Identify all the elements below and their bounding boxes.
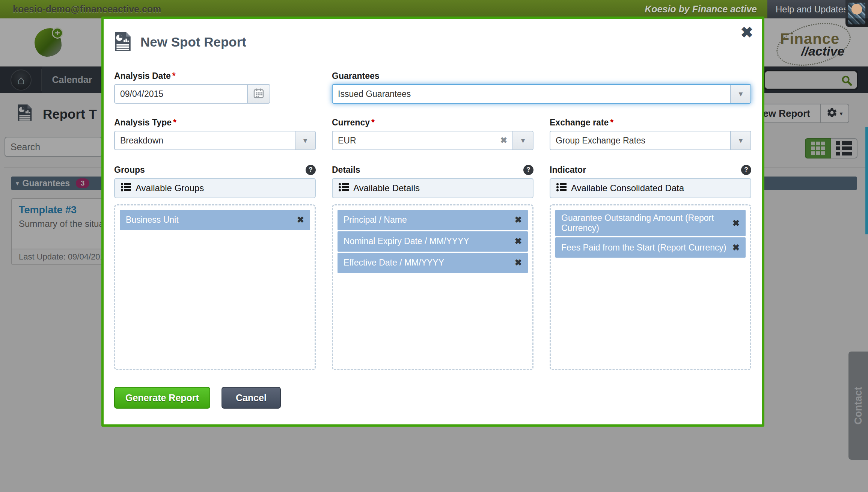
dropdown-caret-button[interactable]: ▾ (295, 131, 315, 149)
chip-remove-icon[interactable]: ✖ (728, 218, 740, 228)
exchange-rate-label: Exchange rate* (550, 117, 751, 128)
chip-fees-paid-from-start[interactable]: Fees Paid from the Start (Report Currenc… (555, 237, 746, 258)
required-asterisk: * (371, 118, 375, 128)
chevron-down-icon: ▾ (739, 89, 743, 98)
modal-header: New Spot Report (114, 32, 752, 53)
chip-remove-icon[interactable]: ✖ (292, 215, 304, 225)
analysis-type-select[interactable]: Breakdown ▾ (114, 131, 316, 150)
chip-remove-icon[interactable]: ✖ (510, 236, 522, 246)
groups-label: Groups (114, 165, 145, 175)
list-icon (556, 183, 567, 194)
clear-icon[interactable]: ✖ (500, 136, 507, 145)
currency-field: Currency* EUR ✖ ▾ (332, 117, 533, 150)
new-spot-report-modal: ✖ New Spot Report Analysis Date* (101, 17, 764, 427)
close-icon[interactable]: ✖ (740, 25, 753, 40)
chip-principal-name[interactable]: Principal / Name ✖ (338, 210, 528, 230)
modal-actions: Generate Report Cancel (114, 387, 752, 409)
groups-drop-zone[interactable]: Business Unit ✖ (114, 204, 316, 370)
analysis-type-label: Analysis Type* (114, 117, 316, 128)
chevron-down-icon: ▾ (303, 136, 307, 145)
logged-in-email: koesio-demo@financeactive.com (13, 4, 161, 15)
form-row-1: Analysis Date* Guarantees Issued Guar (114, 71, 752, 104)
indicator-drop-zone[interactable]: Guarantee Outstanding Amount (Report Cur… (550, 204, 751, 370)
available-groups-button[interactable]: Available Groups (114, 178, 316, 198)
help-icon[interactable]: ? (741, 165, 751, 175)
exchange-rate-select[interactable]: Group Exchange Rates ▾ (550, 131, 751, 150)
currency-combobox[interactable]: EUR ✖ ▾ (332, 131, 533, 150)
chip-remove-icon[interactable]: ✖ (728, 243, 740, 253)
exchange-rate-field: Exchange rate* Group Exchange Rates ▾ (550, 117, 751, 150)
guarantees-field: Guarantees Issued Guarantees ▾ (332, 71, 751, 104)
chevron-down-icon: ▾ (739, 136, 743, 145)
details-label: Details (332, 165, 360, 175)
spot-report-icon (114, 31, 131, 53)
dropdown-caret-button[interactable]: ▾ (512, 131, 533, 149)
details-column: Details ? Available Details Principal / … (332, 165, 533, 370)
help-icon[interactable]: ? (306, 165, 316, 175)
required-asterisk: * (610, 118, 613, 128)
currency-label: Currency* (332, 117, 533, 128)
brand-text: Koesio by Finance active (645, 4, 757, 15)
exchange-rate-value: Group Exchange Rates (556, 136, 645, 146)
date-picker-button[interactable] (248, 84, 270, 104)
chevron-down-icon: ▾ (521, 136, 525, 145)
guarantees-value: Issued Guarantees (338, 89, 411, 99)
generate-report-button[interactable]: Generate Report (114, 387, 210, 409)
form-row-3: Groups ? Available Groups Business Unit … (114, 165, 752, 370)
chip-nominal-expiry-date[interactable]: Nominal Expiry Date / MM/YYYY ✖ (338, 231, 528, 252)
available-consolidated-data-button[interactable]: Available Consolidated Data (550, 178, 751, 198)
dropdown-caret-button[interactable]: ▾ (730, 85, 750, 103)
chip-business-unit[interactable]: Business Unit ✖ (120, 210, 310, 230)
form-row-2: Analysis Type* Breakdown ▾ Currency* EUR… (114, 117, 752, 150)
analysis-date-input[interactable] (114, 84, 248, 104)
cancel-button[interactable]: Cancel (222, 387, 281, 409)
top-bar: koesio-demo@financeactive.com Koesio by … (0, 0, 868, 18)
indicator-column: Indicator ? Available Consolidated Data … (550, 165, 751, 370)
available-details-button[interactable]: Available Details (332, 178, 533, 198)
currency-value: EUR (338, 136, 356, 146)
dropdown-caret-button[interactable]: ▾ (730, 131, 750, 149)
details-drop-zone[interactable]: Principal / Name ✖ Nominal Expiry Date /… (332, 204, 533, 370)
modal-title: New Spot Report (140, 35, 246, 50)
screen: + Finance //active ⌂ Calendar (0, 0, 868, 492)
chip-remove-icon[interactable]: ✖ (510, 215, 522, 225)
calendar-icon (253, 88, 264, 100)
groups-column: Groups ? Available Groups Business Unit … (114, 165, 316, 370)
guarantees-select[interactable]: Issued Guarantees ▾ (332, 84, 751, 104)
analysis-type-value: Breakdown (120, 136, 163, 146)
analysis-date-label: Analysis Date* (114, 71, 316, 81)
guarantees-label: Guarantees (332, 71, 751, 81)
list-icon (121, 183, 131, 194)
analysis-type-field: Analysis Type* Breakdown ▾ (114, 117, 316, 150)
list-icon (339, 183, 349, 194)
required-asterisk: * (173, 118, 176, 128)
chip-remove-icon[interactable]: ✖ (510, 258, 522, 268)
chip-effective-date[interactable]: Effective Date / MM/YYYY ✖ (338, 253, 528, 273)
chip-guarantee-outstanding-amount[interactable]: Guarantee Outstanding Amount (Report Cur… (555, 210, 746, 236)
analysis-date-field: Analysis Date* (114, 71, 316, 104)
required-asterisk: * (172, 71, 176, 81)
help-icon[interactable]: ? (523, 165, 533, 175)
indicator-label: Indicator (550, 165, 586, 175)
